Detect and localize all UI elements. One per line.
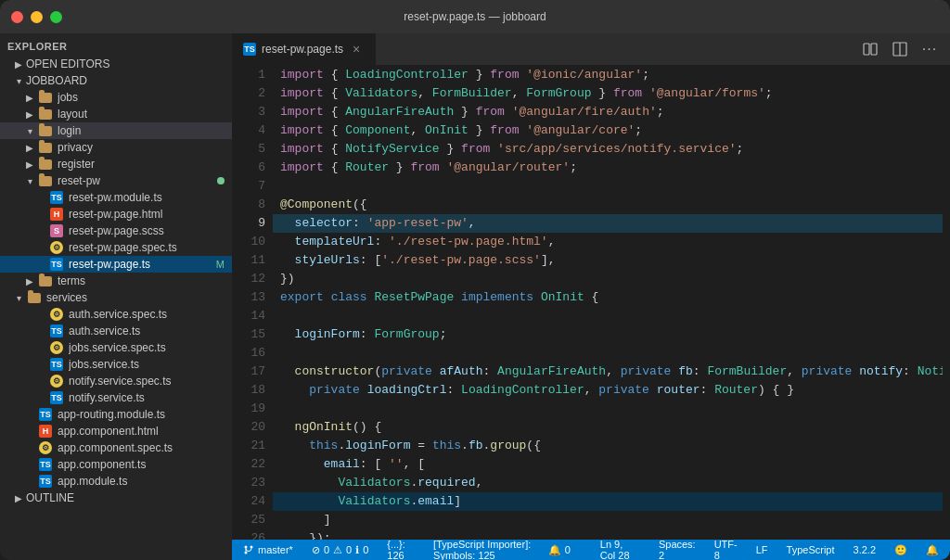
sidebar-item-login[interactable]: ▾ login	[0, 122, 232, 139]
code-line-17: constructor(private afAuth: AngularFireA…	[273, 363, 943, 381]
line-num-26: 26	[243, 529, 265, 540]
code-line-19	[273, 400, 943, 418]
folder-icon	[37, 157, 54, 172]
sidebar-file-app-ts[interactable]: ▶ TS app.component.ts	[0, 456, 232, 473]
ts-file-icon: TS	[37, 407, 54, 422]
cursor-position[interactable]: Ln 9, Col 28	[597, 540, 644, 560]
line-num-12: 12	[243, 270, 265, 288]
folder-icon	[37, 123, 54, 138]
line-num-5: 5	[243, 140, 265, 159]
sidebar-file-reset-pw-scss[interactable]: ▶ S reset-pw.page.scss	[0, 223, 232, 239]
sidebar-file-reset-pw-ts[interactable]: ▶ TS reset-pw.page.ts M	[0, 256, 232, 273]
status-bar: master* ⊘ 0 ⚠ 0 ℹ 0 {...}: 126 [TypeScri…	[232, 540, 950, 560]
line-num-3: 3	[243, 103, 265, 121]
folder-icon	[37, 90, 54, 105]
titlebar: reset-pw.page.ts — jobboard	[0, 0, 950, 33]
sidebar-file-app-spec[interactable]: ▶ ⚙ app.component.spec.ts	[0, 439, 232, 456]
chevron-right-icon: ▶	[11, 490, 26, 505]
code-line-11: styleUrls: ['./reset-pw.page.scss'],	[273, 251, 943, 270]
git-branch[interactable]: master*	[239, 540, 297, 560]
close-button[interactable]	[11, 11, 23, 23]
smiley-button[interactable]: 🙂	[891, 540, 911, 560]
line-num-19: 19	[243, 400, 265, 418]
language-mode[interactable]: TypeScript	[783, 540, 839, 560]
sidebar-open-editors[interactable]: ▶ OPEN EDITORS	[0, 56, 232, 72]
traffic-lights	[11, 11, 62, 23]
spec-file-icon: ⚙	[48, 307, 65, 322]
folder-icon	[37, 140, 54, 155]
code-line-10: templateUrl: './reset-pw.page.html',	[273, 233, 943, 251]
sidebar-item-layout[interactable]: ▶ layout	[0, 106, 232, 122]
tab-reset-pw-ts[interactable]: TS reset-pw.page.ts ×	[232, 33, 376, 66]
line-num-21: 21	[243, 437, 265, 455]
warning-icon: ⚠	[333, 544, 342, 556]
eol[interactable]: LF	[752, 540, 772, 560]
tab-close-button[interactable]: ×	[349, 42, 364, 57]
ts-version[interactable]: 3.2.2	[850, 540, 879, 560]
code-line-3: import { AngularFireAuth } from '@angula…	[273, 103, 943, 121]
code-line-5: import { NotifyService } from 'src/app/s…	[273, 140, 943, 159]
notification-button[interactable]: 🔔	[922, 540, 943, 560]
sidebar-file-jobs-spec[interactable]: ▶ ⚙ jobs.service.spec.ts	[0, 339, 232, 356]
code-line-13: export class ResetPwPage implements OnIn…	[273, 288, 943, 307]
sidebar-item-privacy[interactable]: ▶ privacy	[0, 139, 232, 156]
code-line-6: import { Router } from '@angular/router'…	[273, 159, 943, 177]
sidebar-file-jobs-ts[interactable]: ▶ TS jobs.service.ts	[0, 356, 232, 373]
sidebar-file-app-module[interactable]: ▶ TS app.module.ts	[0, 473, 232, 490]
sidebar-item-register[interactable]: ▶ register	[0, 156, 232, 172]
sidebar-file-app-routing[interactable]: ▶ TS app-routing.module.ts	[0, 406, 232, 423]
split-editor-button[interactable]	[857, 38, 883, 60]
line-num-6: 6	[243, 159, 265, 177]
smiley-icon: 🙂	[894, 544, 907, 556]
code-line-21: this.loginForm = this.fb.group({	[273, 437, 943, 455]
sidebar-item-services[interactable]: ▾ services	[0, 289, 232, 306]
chevron-down-icon: ▾	[22, 123, 37, 138]
svg-rect-1	[871, 44, 877, 55]
code-line-7	[273, 177, 943, 196]
line-num-8: 8	[243, 196, 265, 214]
code-line-16	[273, 344, 943, 363]
sidebar-file-notify-spec[interactable]: ▶ ⚙ notify.service.spec.ts	[0, 373, 232, 389]
indentation[interactable]: Spaces: 2	[655, 540, 700, 560]
line-num-17: 17	[243, 363, 265, 381]
line-num-11: 11	[243, 251, 265, 270]
ts-importer[interactable]: [TypeScript Importer]: Symbols: 125 🔔 0	[430, 540, 574, 560]
json-lines[interactable]: {...}: 126	[383, 540, 418, 560]
code-editor[interactable]: 1 2 3 4 5 6 7 8 9 10 11 12 13 14 15 16 1	[232, 66, 950, 540]
code-line-4: import { Component, OnInit } from '@angu…	[273, 121, 943, 140]
layout-button[interactable]	[887, 38, 913, 60]
chevron-right-icon: ▶	[22, 107, 37, 121]
html-file-icon: H	[37, 424, 54, 439]
sidebar-file-auth-spec[interactable]: ▶ ⚙ auth.service.spec.ts	[0, 306, 232, 323]
sidebar-item-jobs[interactable]: ▶ jobs	[0, 89, 232, 106]
bell-status-icon: 🔔	[926, 544, 939, 556]
sidebar-file-auth-ts[interactable]: ▶ TS auth.service.ts	[0, 323, 232, 339]
minimize-button[interactable]	[31, 11, 43, 23]
spec-file-icon: ⚙	[48, 240, 65, 255]
sidebar-jobboard[interactable]: ▾ JOBBOARD	[0, 72, 232, 89]
code-content[interactable]: import { LoadingController } from '@ioni…	[273, 66, 943, 540]
code-line-1: import { LoadingController } from '@ioni…	[273, 66, 943, 84]
sidebar-file-app-html[interactable]: ▶ H app.component.html	[0, 423, 232, 439]
chevron-down-icon: ▾	[22, 173, 37, 188]
line-numbers: 1 2 3 4 5 6 7 8 9 10 11 12 13 14 15 16 1	[232, 66, 273, 540]
folder-icon	[37, 173, 54, 188]
sidebar-file-reset-pw-html[interactable]: ▶ H reset-pw.page.html	[0, 206, 232, 223]
code-line-22: email: [ '', [	[273, 455, 943, 474]
sidebar-outline[interactable]: ▶ OUTLINE	[0, 490, 232, 506]
maximize-button[interactable]	[50, 11, 62, 23]
sidebar-item-reset-pw[interactable]: ▾ reset-pw	[0, 172, 232, 189]
error-count[interactable]: ⊘ 0 ⚠ 0 ℹ 0	[308, 540, 372, 560]
more-actions-button[interactable]: ···	[917, 38, 943, 60]
sidebar-item-terms[interactable]: ▶ terms	[0, 273, 232, 289]
sidebar-file-reset-pw-module[interactable]: ▶ TS reset-pw.module.ts	[0, 189, 232, 206]
line-num-9: 9	[243, 214, 265, 233]
code-line-15: loginForm: FormGroup;	[273, 325, 943, 344]
svg-point-4	[245, 546, 248, 549]
sidebar-file-reset-pw-spec[interactable]: ▶ ⚙ reset-pw.page.spec.ts	[0, 239, 232, 256]
chevron-down-icon: ▾	[11, 290, 26, 305]
sidebar-file-notify-ts[interactable]: ▶ TS notify.service.ts	[0, 389, 232, 406]
error-icon: ⊘	[312, 544, 320, 556]
encoding[interactable]: UTF-8	[711, 540, 741, 560]
scrollbar[interactable]	[943, 66, 950, 540]
